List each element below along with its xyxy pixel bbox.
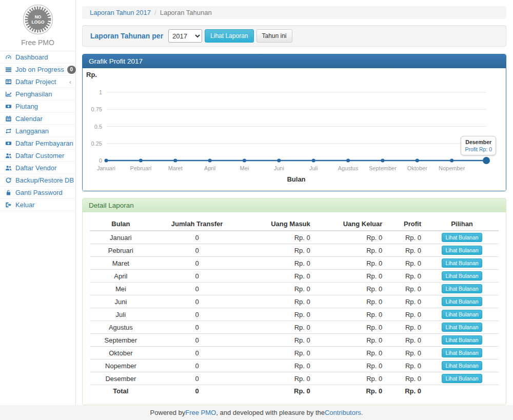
svg-text:LOGO: LOGO [31, 19, 44, 25]
table-row: Nopember0Rp. 0Rp. 0Rp. 0Lihat Bulanan [90, 359, 499, 372]
cell-profit: Rp. 0 [386, 257, 425, 270]
sign-out-icon [5, 202, 12, 208]
breadcrumb-link[interactable]: Laporan Tahun 2017 [90, 9, 151, 16]
chart-tooltip: Desember Profit Rp: 0 [461, 136, 496, 155]
cell-uang-masuk: Rp. 0 [242, 334, 314, 347]
sidebar-item-calendar[interactable]: Calendar [0, 113, 75, 125]
breadcrumb-separator: / [154, 9, 156, 16]
sidebar-item-label: Ganti Password [15, 189, 63, 196]
cell-jumlah-transfer: 0 [152, 231, 243, 244]
cell-pilihan: Lihat Bulanan [425, 283, 499, 295]
money-icon [5, 140, 12, 147]
cell-bulan: Juli [90, 308, 152, 321]
table-row: Juli0Rp. 0Rp. 0Rp. 0Lihat Bulanan [90, 308, 499, 321]
cell-uang-masuk: Rp. 0 [242, 257, 314, 270]
footer: Powered by Free PMO, and developed with … [0, 405, 513, 420]
lihat-bulanan-button[interactable]: Lihat Bulanan [442, 323, 482, 332]
lihat-bulanan-button[interactable]: Lihat Bulanan [442, 258, 482, 268]
sidebar-item-keluar[interactable]: Keluar [0, 199, 75, 211]
cell-jumlah-transfer: 0 [152, 270, 243, 283]
year-select[interactable]: 2017 [168, 29, 202, 43]
lihat-bulanan-button[interactable]: Lihat Bulanan [442, 233, 482, 242]
retweet-icon [5, 128, 12, 134]
svg-text:0: 0 [99, 157, 102, 164]
sidebar-item-label: Langganan [15, 127, 49, 135]
sidebar-item-backup-restore-db[interactable]: Backup/Restore DB [0, 174, 75, 187]
detail-panel-title: Detail Laporan [83, 198, 506, 212]
sidebar-item-label: Job on Progress [15, 66, 64, 73]
cell-pilihan: Lihat Bulanan [425, 270, 499, 283]
cell-pilihan: Lihat Bulanan [425, 257, 499, 270]
cell-bulan: Januari [90, 231, 152, 244]
filter-label: Laporan Tahunan per [90, 32, 163, 40]
cell-bulan: Nopember [90, 359, 152, 372]
lihat-bulanan-button[interactable]: Lihat Bulanan [442, 297, 482, 306]
cell-uang-keluar: Rp. 0 [314, 257, 386, 270]
sidebar-item-penghasilan[interactable]: Penghasilan [0, 88, 75, 101]
cell-pilihan: Lihat Bulanan [425, 347, 499, 359]
cell-uang-keluar: Rp. 0 [314, 283, 386, 295]
sidebar-item-langganan[interactable]: Langganan [0, 125, 75, 137]
cell-pilihan: Lihat Bulanan [425, 308, 499, 321]
svg-text:September: September [369, 165, 397, 171]
column-header: Profit [386, 217, 425, 231]
lihat-bulanan-button[interactable]: Lihat Bulanan [442, 246, 482, 255]
logo-block: NO LOGO Free PMO [0, 0, 75, 51]
cell-profit: Rp. 0 [386, 321, 425, 334]
svg-text:April: April [204, 165, 215, 171]
table-row: Agustus0Rp. 0Rp. 0Rp. 0Lihat Bulanan [90, 321, 499, 334]
tooltip-value: Profit Rp: 0 [465, 146, 492, 153]
column-header: Jumlah Transfer [152, 217, 243, 231]
cell-uang-keluar: Rp. 0 [314, 244, 386, 257]
sidebar-item-daftar-vendor[interactable]: Daftar Vendor [0, 162, 75, 174]
svg-text:0.75: 0.75 [91, 106, 102, 112]
sidebar-item-daftar-pembayaran[interactable]: Daftar Pembayaran [0, 137, 75, 150]
lihat-bulanan-button[interactable]: Lihat Bulanan [442, 348, 482, 357]
lihat-bulanan-button[interactable]: Lihat Bulanan [442, 374, 482, 383]
tahun-ini-button[interactable]: Tahun ini [256, 29, 292, 43]
tooltip-title: Desember [465, 138, 492, 146]
profit-line-chart: Rp.00.250.50.751JanuariPebruariMaretApri… [86, 70, 503, 191]
cell-jumlah-transfer: 0 [152, 244, 243, 257]
sidebar-item-label: Keluar [15, 201, 35, 209]
cell-pilihan: Lihat Bulanan [425, 231, 499, 244]
sidebar-item-daftar-customer[interactable]: Daftar Customer [0, 150, 75, 162]
sidebar-item-daftar-project[interactable]: Daftar Project ‹ [0, 76, 75, 88]
cell-profit: Rp. 0 [386, 359, 425, 372]
cell-pilihan: Lihat Bulanan [425, 321, 499, 334]
lihat-laporan-button[interactable]: Lihat Laporan [205, 29, 253, 43]
cell-bulan: Agustus [90, 321, 152, 334]
svg-text:Maret: Maret [168, 165, 183, 171]
table-row: Januari0Rp. 0Rp. 0Rp. 0Lihat Bulanan [90, 231, 499, 244]
sidebar-item-piutang[interactable]: Piutang [0, 101, 75, 113]
page: NO LOGO Free PMO Dashboard Job on Progre… [0, 0, 513, 405]
lihat-bulanan-button[interactable]: Lihat Bulanan [442, 271, 482, 281]
profit-chart: Rp.00.250.50.751JanuariPebruariMaretApri… [86, 70, 503, 191]
free-pmo-link[interactable]: Free PMO [185, 409, 216, 416]
cell-pilihan: Lihat Bulanan [425, 372, 499, 385]
cell-uang-masuk: Rp. 0 [242, 231, 314, 244]
column-header: Pilihan [425, 217, 499, 231]
svg-text:Agustus: Agustus [338, 165, 359, 171]
lihat-bulanan-button[interactable]: Lihat Bulanan [442, 310, 482, 319]
cell-uang-keluar: Rp. 0 [314, 359, 386, 372]
lihat-bulanan-button[interactable]: Lihat Bulanan [442, 335, 482, 345]
table-row: Pebruari0Rp. 0Rp. 0Rp. 0Lihat Bulanan [90, 244, 499, 257]
report-table-body: Januari0Rp. 0Rp. 0Rp. 0Lihat BulananPebr… [90, 231, 499, 397]
sidebar-item-job-on-progress[interactable]: Job on Progress 0 [0, 64, 75, 76]
detail-laporan-panel: Detail Laporan BulanJumlah TransferUang … [82, 198, 506, 405]
cell-bulan: Total [90, 385, 152, 397]
lihat-bulanan-button[interactable]: Lihat Bulanan [442, 361, 482, 370]
sidebar-item-dashboard[interactable]: Dashboard [0, 51, 75, 64]
contributors-link[interactable]: Contributors. [325, 409, 363, 416]
svg-text:Oktober: Oktober [407, 165, 427, 171]
svg-text:Juni: Juni [274, 165, 284, 171]
svg-text:1: 1 [99, 89, 102, 95]
users-icon [5, 165, 12, 171]
column-header: Bulan [90, 217, 152, 231]
sidebar-item-label: Daftar Vendor [15, 164, 56, 172]
lihat-bulanan-button[interactable]: Lihat Bulanan [442, 284, 482, 293]
cell-uang-keluar: Rp. 0 [314, 334, 386, 347]
no-logo-badge-icon: NO LOGO [23, 4, 53, 35]
sidebar-item-ganti-password[interactable]: Ganti Password [0, 187, 75, 199]
